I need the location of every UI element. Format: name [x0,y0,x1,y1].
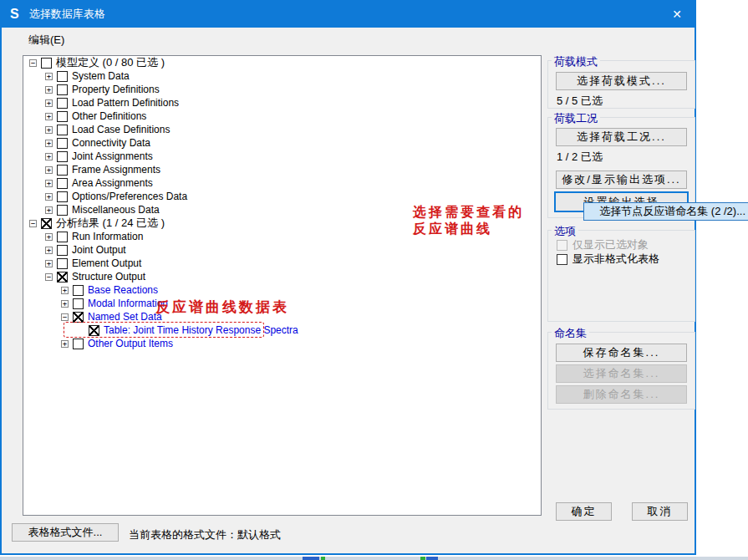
tree-item-label[interactable]: Area Assignments [72,177,153,189]
collapse-icon[interactable]: − [45,273,53,281]
tree-item-label[interactable]: Base Reactions [88,284,158,296]
tree-item-label[interactable]: Load Case Definitions [72,124,170,135]
tree-item-label[interactable]: Element Output [72,257,141,269]
expand-icon[interactable]: + [45,247,53,254]
tree-view[interactable]: −模型定义 (0 / 80 已选 )+System Data+Property … [23,55,542,516]
tree-item-label[interactable]: Structure Output [72,271,145,283]
tree-item-label[interactable]: 分析结果 (1 / 24 已选 ) [56,216,165,231]
load-mode-status: 5 / 5 已选 [557,94,603,109]
expand-icon[interactable]: + [45,193,53,201]
collapse-icon[interactable]: − [29,220,37,227]
tree-checkbox[interactable] [57,205,68,216]
show-only-selected-checkbox[interactable] [557,240,567,251]
tree-checkbox[interactable] [73,312,84,323]
select-load-mode-button[interactable]: 选择荷载模式... [556,72,687,90]
tree-item[interactable]: +Property Definitions [23,83,541,96]
tree-item-label[interactable]: Joint Output [72,244,126,256]
tree-indent [23,277,45,277]
tree-checkbox[interactable] [41,218,52,229]
tree-item[interactable]: +System Data [23,69,541,83]
tree-checkbox[interactable] [57,98,68,109]
modify-show-output-options-button[interactable]: 修改/显示输出选项... [556,171,687,189]
collapse-icon[interactable]: − [61,313,69,321]
ok-button[interactable]: 确定 [556,502,612,521]
tree-item-label[interactable]: Other Output Items [88,338,173,349]
select-load-case-button[interactable]: 选择荷载工况... [556,128,687,146]
expand-icon[interactable]: + [45,166,53,174]
tree-item[interactable]: +Options/Preferences Data [23,190,541,203]
tree-checkbox[interactable] [57,258,68,269]
tree-item-label[interactable]: Run Information [72,231,143,242]
tree-item-label[interactable]: Load Pattern Definitions [72,97,179,109]
tree-item-label[interactable]: System Data [72,70,130,82]
tree-item-label[interactable]: Named Set Data [88,311,162,323]
tree-item[interactable]: +Connectivity Data [23,136,541,150]
tree-item[interactable]: +Area Assignments [23,176,541,190]
tree-item[interactable]: +Joint Output [23,243,541,257]
background-glyph-3 [420,557,425,560]
tree-item-label[interactable]: Joint Assignments [72,150,153,162]
tree-checkbox[interactable] [57,272,68,283]
tree-indent [23,116,45,117]
tree-checkbox[interactable] [57,138,68,149]
expand-icon[interactable]: + [45,233,53,241]
delete-named-set-button[interactable]: 删除命名集... [556,385,687,404]
expand-icon[interactable]: + [45,260,53,267]
table-format-file-button[interactable]: 表格格式文件... [12,523,119,542]
title-bar[interactable]: S 选择数据库表格 ✕ [0,0,696,28]
tree-checkbox[interactable] [73,298,84,309]
expand-icon[interactable]: + [45,73,53,80]
cancel-button[interactable]: 取消 [632,502,688,521]
tree-item[interactable]: −Structure Output [23,270,541,283]
tree-checkbox[interactable] [73,339,84,349]
expand-icon[interactable]: + [45,86,53,94]
show-unformatted-tables-checkbox[interactable] [557,254,567,265]
expand-icon[interactable]: + [45,140,53,147]
expand-icon[interactable]: + [45,206,53,214]
tree-item-label[interactable]: Connectivity Data [72,137,150,149]
tree-checkbox[interactable] [57,191,68,202]
tree-checkbox[interactable] [57,111,68,122]
tree-item[interactable]: +Load Case Definitions [23,123,541,136]
tree-item[interactable]: +Joint Assignments [23,150,541,163]
collapse-icon[interactable]: − [29,59,37,67]
save-named-set-button[interactable]: 保存命名集... [556,344,687,362]
tree-item-label[interactable]: 模型定义 (0 / 80 已选 ) [56,55,165,70]
tree-checkbox[interactable] [57,125,68,135]
tree-checkbox[interactable] [57,165,68,176]
expand-icon[interactable]: + [45,153,53,160]
named-set-flyout[interactable]: 选择节点反应谱命名集 (2 /2)... [583,202,748,221]
tree-item-label[interactable]: Property Definitions [72,84,160,95]
tree-item[interactable]: +Frame Assignments [23,163,541,176]
show-unformatted-tables-checkbox-row[interactable]: 显示非格式化表格 [557,252,659,267]
tree-item-label[interactable]: Other Definitions [72,110,146,122]
tree-item[interactable]: +Other Output Items [23,337,541,350]
menu-edit[interactable]: 编辑(E) [23,31,69,49]
tree-checkbox[interactable] [57,178,68,189]
tree-item[interactable]: −模型定义 (0 / 80 已选 ) [23,56,541,69]
tree-item[interactable]: +Element Output [23,257,541,270]
show-only-selected-checkbox-row[interactable]: 仅显示已选对象 [557,237,649,252]
tree-item[interactable]: +Other Definitions [23,109,541,123]
tree-checkbox[interactable] [57,245,68,256]
expand-icon[interactable]: + [45,99,53,107]
tree-item-label[interactable]: Miscellaneous Data [72,204,160,216]
tree-item[interactable]: +Load Pattern Definitions [23,96,541,109]
tree-checkbox[interactable] [41,58,52,69]
tree-checkbox[interactable] [73,285,84,296]
close-button[interactable]: ✕ [658,0,696,28]
tree-item[interactable]: +Base Reactions [23,283,541,297]
expand-icon[interactable]: + [45,113,53,120]
tree-checkbox[interactable] [57,84,68,95]
tree-item-label[interactable]: Frame Assignments [72,164,160,176]
expand-icon[interactable]: + [61,300,69,308]
tree-checkbox[interactable] [57,71,68,82]
tree-checkbox[interactable] [57,151,68,162]
tree-item-label[interactable]: Options/Preferences Data [72,191,187,202]
tree-checkbox[interactable] [57,232,68,242]
expand-icon[interactable]: + [45,180,53,187]
select-named-set-button[interactable]: 选择命名集... [556,364,687,383]
expand-icon[interactable]: + [61,340,69,348]
expand-icon[interactable]: + [45,126,53,134]
expand-icon[interactable]: + [61,287,69,294]
